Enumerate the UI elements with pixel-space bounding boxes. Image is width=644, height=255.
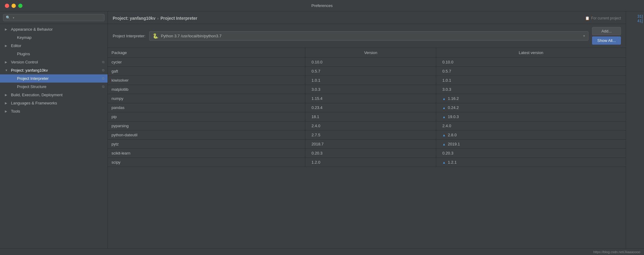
- package-name: pandas: [108, 103, 305, 112]
- breadcrumb-page: Project Interpreter: [160, 16, 197, 21]
- arrow-icon: ▶: [5, 60, 9, 64]
- package-name: matplotlib: [108, 85, 305, 94]
- package-name: gaft: [108, 67, 305, 76]
- right-panel-line1: 31]: [637, 14, 643, 19]
- sidebar-item-label: Version Control: [11, 60, 38, 64]
- package-name: cycler: [108, 58, 305, 67]
- package-name: pytz: [108, 140, 305, 149]
- close-button[interactable]: [5, 4, 9, 8]
- col-version: Version: [305, 48, 436, 58]
- copy-icon: ⧉: [102, 60, 104, 64]
- package-latest: ▲ 2.8.0: [436, 131, 626, 140]
- nav-items: ▶ Appearance & Behavior Keymap ▶ Editor …: [0, 24, 108, 248]
- package-version: 2.4.0: [305, 121, 436, 131]
- interpreter-row: Project Interpreter: 🐍 Python 3.7 /usr/l…: [108, 24, 626, 48]
- statusbar: https://blog.csdn.net/Jiiaaaoooo: [0, 248, 644, 255]
- search-icon: 🔍: [6, 15, 10, 20]
- search-inner: 🔍 ▾: [6, 15, 14, 20]
- content-header: Project: yanfang10kv › Project Interpret…: [108, 12, 626, 24]
- sidebar-item-label: Editor: [11, 43, 21, 48]
- table-row: scikit-learn0.20.30.20.3: [108, 149, 626, 158]
- table: Package Version Latest version cycler0.1…: [108, 48, 626, 167]
- sidebar-item-keymap[interactable]: Keymap: [0, 33, 108, 42]
- show-all-button[interactable]: Show All...: [592, 36, 621, 45]
- package-name: scikit-learn: [108, 149, 305, 158]
- arrow-icon: ▶: [5, 110, 9, 113]
- add-button[interactable]: Add...: [592, 27, 621, 35]
- sidebar-item-build[interactable]: ▶ Build, Execution, Deployment: [0, 91, 108, 99]
- window-title: Preferences: [311, 3, 333, 8]
- sidebar-item-label: Appearance & Behavior: [11, 27, 53, 32]
- package-name: pip: [108, 112, 305, 121]
- select-arrow-icon: ▾: [583, 34, 585, 38]
- package-latest: 3.0.3: [436, 85, 626, 94]
- main-layout: 🔍 ▾ ▶ Appearance & Behavior Keymap ▶ Edi…: [0, 12, 644, 248]
- packages-table: Package Version Latest version cycler0.1…: [108, 48, 626, 248]
- sidebar: 🔍 ▾ ▶ Appearance & Behavior Keymap ▶ Edi…: [0, 12, 108, 248]
- package-latest: 0.5.7: [436, 67, 626, 76]
- for-current-project-label: For current project: [591, 16, 621, 20]
- arrow-icon: ▶: [5, 28, 9, 31]
- sidebar-item-label: Project Structure: [17, 84, 46, 89]
- col-package: Package: [108, 48, 305, 58]
- sidebar-item-plugins[interactable]: Plugins: [0, 50, 108, 58]
- sidebar-item-label: Languages & Frameworks: [11, 101, 57, 105]
- upgrade-arrow-icon: ▲: [442, 106, 447, 110]
- search-input-wrapper[interactable]: 🔍 ▾: [3, 14, 104, 21]
- package-latest: 2.4.0: [436, 121, 626, 131]
- upgrade-arrow-icon: ▲: [442, 97, 447, 100]
- right-panel-line2: 41]: [637, 19, 643, 23]
- package-latest: ▲ 1.16.2: [436, 94, 626, 103]
- sidebar-item-project[interactable]: ▼ Project: yanfang10kv ⧉: [0, 66, 108, 74]
- titlebar: Preferences: [0, 0, 644, 12]
- package-version: 0.10.0: [305, 58, 436, 67]
- package-name: python-dateutil: [108, 131, 305, 140]
- copy-icon: ⧉: [102, 85, 104, 89]
- table-row: pandas0.23.4▲ 0.24.2: [108, 103, 626, 112]
- sidebar-item-label: Keymap: [17, 35, 32, 40]
- upgrade-arrow-icon: ▲: [442, 142, 447, 146]
- table-row: gaft0.5.70.5.7: [108, 67, 626, 76]
- package-version: 0.5.7: [305, 67, 436, 76]
- sidebar-item-project-interpreter[interactable]: Project Interpreter ⧉: [0, 74, 108, 83]
- package-name: pyparsing: [108, 121, 305, 131]
- table-row: pytz2018.7▲ 2019.1: [108, 140, 626, 149]
- right-panel: 31] 41]: [626, 12, 644, 248]
- minimize-button[interactable]: [12, 4, 16, 8]
- python-icon: 🐍: [152, 33, 159, 39]
- sidebar-item-languages[interactable]: ▶ Languages & Frameworks: [0, 99, 108, 107]
- sidebar-item-editor[interactable]: ▶ Editor: [0, 42, 108, 50]
- arrow-icon: ▼: [5, 69, 9, 72]
- table-row: kiwisolver1.0.11.0.1: [108, 76, 626, 85]
- package-latest: 0.10.0: [436, 58, 626, 67]
- package-version: 1.15.4: [305, 94, 436, 103]
- package-latest: ▲ 19.0.3: [436, 112, 626, 121]
- table-header-row: Package Version Latest version: [108, 48, 626, 58]
- content-area: Project: yanfang10kv › Project Interpret…: [108, 12, 626, 248]
- package-name: numpy: [108, 94, 305, 103]
- package-version: 1.2.0: [305, 158, 436, 167]
- package-version: 0.20.3: [305, 149, 436, 158]
- sidebar-item-project-structure[interactable]: Project Structure ⧉: [0, 83, 108, 91]
- sidebar-item-label: Project Interpreter: [17, 76, 49, 81]
- arrow-icon: ▶: [5, 101, 9, 105]
- sidebar-item-tools[interactable]: ▶ Tools: [0, 107, 108, 115]
- sidebar-item-label: Tools: [11, 109, 20, 114]
- package-latest: ▲ 2019.1: [436, 140, 626, 149]
- interpreter-select-value: Python 3.7 /usr/local/bin/python3.7: [161, 34, 581, 38]
- package-version: 3.0.3: [305, 85, 436, 94]
- interpreter-select[interactable]: 🐍 Python 3.7 /usr/local/bin/python3.7 ▾: [149, 31, 589, 41]
- upgrade-arrow-icon: ▲: [442, 161, 447, 164]
- copy-icon: 📋: [585, 16, 590, 20]
- table-row: pip18.1▲ 19.0.3: [108, 112, 626, 121]
- package-version: 2.7.5: [305, 131, 436, 140]
- sidebar-item-appearance[interactable]: ▶ Appearance & Behavior: [0, 25, 108, 33]
- interpreter-label: Project Interpreter:: [113, 34, 146, 38]
- package-version: 2018.7: [305, 140, 436, 149]
- sidebar-item-version-control[interactable]: ▶ Version Control ⧉: [0, 58, 108, 66]
- titlebar-buttons: [5, 4, 22, 8]
- col-latest: Latest version: [436, 48, 626, 58]
- maximize-button[interactable]: [18, 4, 22, 8]
- for-current-project: 📋 For current project: [585, 16, 621, 20]
- upgrade-arrow-icon: ▲: [442, 115, 447, 119]
